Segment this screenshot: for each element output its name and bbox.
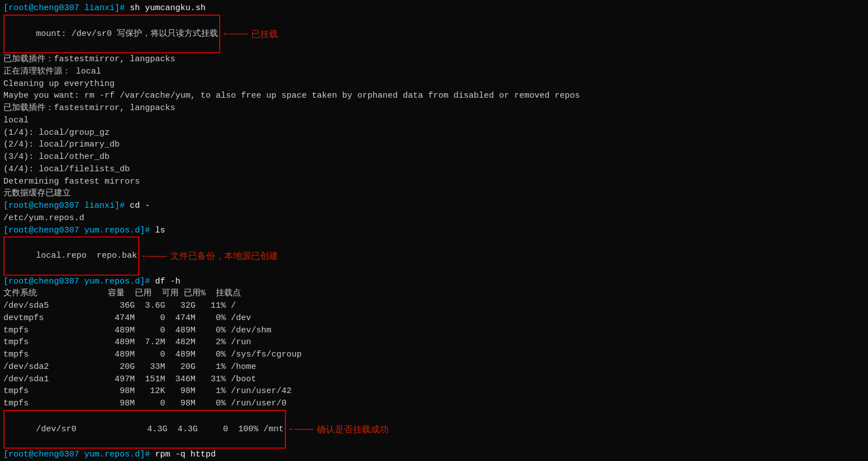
line-df-cmd: [root@cheng0307 yum.repos.d]# df -h	[3, 276, 865, 288]
mount-arrow: ←———	[224, 26, 248, 41]
mount-annotation: 已挂载	[251, 28, 278, 40]
df-row-sr0: /dev/sr0 4.3G 4.3G 0 100% /mnt ←——— 确认是否…	[3, 410, 865, 449]
df-row-tmpfs5: tmpfs 98M 0 98M 0% /run/user/0	[3, 398, 865, 410]
df-row-tmpfs1: tmpfs 489M 0 489M 0% /dev/shm	[3, 325, 865, 337]
line-path: /etc/yum.repos.d	[3, 212, 865, 225]
df-row-sda2: /dev/sda2 20G 33M 20G 1% /home	[3, 361, 865, 373]
line-8: local	[3, 115, 865, 127]
prompt-cd: [root@cheng0307 lianxi]#	[3, 200, 125, 212]
line-14: 元数据缓存已建立	[3, 188, 865, 200]
line-ls-output: local.repo repo.bak ←——— 文件已备份，本地源已创建	[3, 236, 865, 275]
ls-highlight: local.repo repo.bak	[3, 236, 139, 275]
cmd-cd: cd -	[125, 200, 150, 212]
prompt-rpm: [root@cheng0307 yum.repos.d]#	[3, 449, 150, 461]
sr0-highlight: /dev/sr0 4.3G 4.3G 0 100% /mnt	[3, 410, 286, 449]
line-9: (1/4): local/group_gz	[3, 127, 865, 139]
cmd-df: df -h	[150, 276, 180, 288]
df-row-sda5: /dev/sda5 36G 3.6G 32G 11% /	[3, 300, 865, 312]
ls-annotation: 文件已备份，本地源已创建	[170, 249, 278, 262]
df-row-tmpfs4: tmpfs 98M 12K 98M 1% /run/user/42	[3, 385, 865, 398]
line-4: 正在清理软件源： local	[3, 66, 865, 78]
line-7: 已加载插件：fastestmirror, langpacks	[3, 102, 865, 115]
line-6: Maybe you want: rm -rf /var/cache/yum, t…	[3, 90, 865, 102]
df-row-sda1: /dev/sda1 497M 151M 346M 31% /boot	[3, 373, 865, 386]
df-row-tmpfs3: tmpfs 489M 0 489M 0% /sys/fs/cgroup	[3, 349, 865, 361]
terminal-window: [root@cheng0307 lianxi]# sh yumcangku.sh…	[0, 0, 868, 461]
line-12: (4/4): local/filelists_db	[3, 163, 865, 176]
cmd-rpm: rpm -q httpd	[150, 449, 216, 461]
df-header: 文件系统 容量 已用 可用 已用% 挂载点	[3, 287, 865, 300]
cmd-ls: ls	[150, 225, 165, 237]
line-mount: mount: /dev/sr0 写保护，将以只读方式挂载 ←——— 已挂载	[3, 15, 865, 53]
ls-text: local.repo repo.bak	[36, 251, 137, 261]
sr0-text: /dev/sr0 4.3G 4.3G 0 100% /mnt	[36, 425, 284, 434]
line-3: 已加载插件：fastestmirror, langpacks	[3, 53, 865, 66]
mount-highlight: mount: /dev/sr0 写保护，将以只读方式挂载	[3, 15, 220, 53]
cmd-1: sh yumcangku.sh	[125, 2, 206, 15]
ls-arrow: ←———	[143, 249, 167, 263]
line-5: Cleaning up everything	[3, 78, 865, 90]
line-10: (2/4): local/primary_db	[3, 139, 865, 151]
line-11: (3/4): local/other_db	[3, 151, 865, 163]
line-1: [root@cheng0307 lianxi]# sh yumcangku.sh	[3, 2, 865, 15]
prompt-1: [root@cheng0307 lianxi]#	[3, 2, 125, 15]
df-row-tmpfs2: tmpfs 489M 7.2M 482M 2% /run	[3, 336, 865, 349]
df-row-devtmpfs: devtmpfs 474M 0 474M 0% /dev	[3, 312, 865, 325]
prompt-ls: [root@cheng0307 yum.repos.d]#	[3, 225, 150, 237]
sr0-annotation: 确认是否挂载成功	[317, 423, 389, 436]
prompt-df: [root@cheng0307 yum.repos.d]#	[3, 276, 150, 288]
line-ls-cmd: [root@cheng0307 yum.repos.d]# ls	[3, 225, 865, 237]
sr0-arrow: ←———	[289, 422, 313, 436]
mount-text: mount: /dev/sr0 写保护，将以只读方式挂载	[36, 29, 218, 39]
line-cd: [root@cheng0307 lianxi]# cd -	[3, 200, 865, 212]
line-rpm-cmd: [root@cheng0307 yum.repos.d]# rpm -q htt…	[3, 449, 865, 461]
line-13: Determining fastest mirrors	[3, 176, 865, 188]
